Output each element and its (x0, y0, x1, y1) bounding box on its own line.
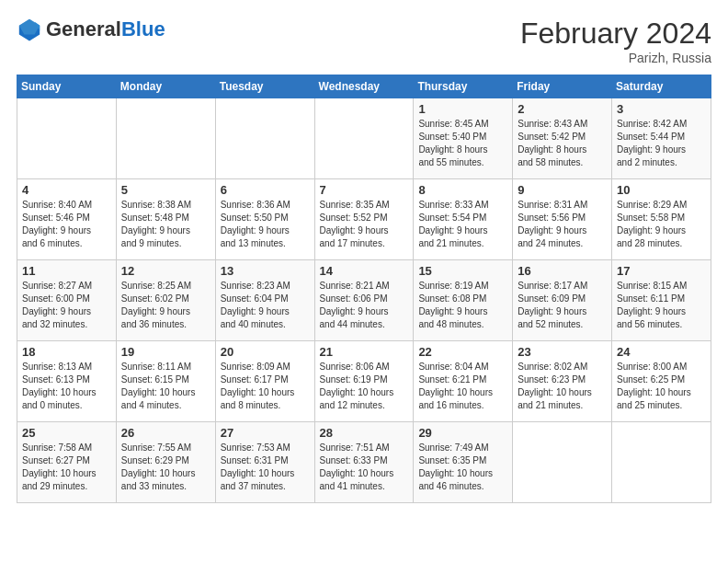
calendar-cell: 10Sunrise: 8:29 AM Sunset: 5:58 PM Dayli… (612, 179, 711, 260)
day-number: 8 (418, 183, 507, 197)
calendar-cell: 16Sunrise: 8:17 AM Sunset: 6:09 PM Dayli… (513, 260, 612, 341)
logo-icon (17, 17, 42, 42)
header: GeneralBlue February 2024 Parizh, Russia (17, 17, 711, 65)
week-row-5: 25Sunrise: 7:58 AM Sunset: 6:27 PM Dayli… (17, 422, 711, 503)
day-info: Sunrise: 8:15 AM Sunset: 6:11 PM Dayligh… (617, 280, 706, 331)
day-info: Sunrise: 8:19 AM Sunset: 6:08 PM Dayligh… (418, 280, 507, 331)
day-info: Sunrise: 8:11 AM Sunset: 6:15 PM Dayligh… (121, 361, 210, 412)
calendar-body: 1Sunrise: 8:45 AM Sunset: 5:40 PM Daylig… (17, 98, 711, 503)
logo-blue: Blue (121, 17, 165, 40)
week-row-1: 1Sunrise: 8:45 AM Sunset: 5:40 PM Daylig… (17, 98, 711, 179)
day-number: 9 (518, 183, 607, 197)
day-info: Sunrise: 8:29 AM Sunset: 5:58 PM Dayligh… (617, 199, 706, 250)
logo-general: General (46, 17, 121, 40)
day-info: Sunrise: 8:09 AM Sunset: 6:17 PM Dayligh… (221, 361, 310, 412)
day-number: 29 (418, 426, 507, 440)
day-info: Sunrise: 8:43 AM Sunset: 5:42 PM Dayligh… (518, 118, 607, 169)
header-row: Sunday Monday Tuesday Wednesday Thursday… (17, 75, 711, 98)
page: GeneralBlue February 2024 Parizh, Russia… (0, 0, 728, 512)
col-thursday: Thursday (414, 75, 513, 98)
day-number: 22 (418, 345, 507, 359)
calendar-cell: 28Sunrise: 7:51 AM Sunset: 6:33 PM Dayli… (314, 422, 414, 503)
calendar-cell: 1Sunrise: 8:45 AM Sunset: 5:40 PM Daylig… (414, 98, 513, 179)
calendar-cell: 21Sunrise: 8:06 AM Sunset: 6:19 PM Dayli… (314, 341, 414, 422)
calendar-cell: 18Sunrise: 8:13 AM Sunset: 6:13 PM Dayli… (17, 341, 117, 422)
calendar-cell: 14Sunrise: 8:21 AM Sunset: 6:06 PM Dayli… (314, 260, 414, 341)
calendar-cell: 23Sunrise: 8:02 AM Sunset: 6:23 PM Dayli… (513, 341, 612, 422)
day-number: 1 (418, 102, 507, 116)
day-number: 7 (320, 183, 409, 197)
col-tuesday: Tuesday (215, 75, 314, 98)
day-info: Sunrise: 8:27 AM Sunset: 6:00 PM Dayligh… (22, 280, 111, 331)
calendar-cell: 11Sunrise: 8:27 AM Sunset: 6:00 PM Dayli… (17, 260, 117, 341)
day-info: Sunrise: 8:13 AM Sunset: 6:13 PM Dayligh… (22, 361, 111, 412)
day-info: Sunrise: 7:55 AM Sunset: 6:29 PM Dayligh… (121, 442, 210, 493)
calendar-cell (17, 98, 117, 179)
day-number: 15 (418, 264, 507, 278)
day-info: Sunrise: 8:31 AM Sunset: 5:56 PM Dayligh… (518, 199, 607, 250)
day-info: Sunrise: 8:00 AM Sunset: 6:25 PM Dayligh… (617, 361, 706, 412)
day-info: Sunrise: 8:23 AM Sunset: 6:04 PM Dayligh… (221, 280, 310, 331)
calendar-cell: 22Sunrise: 8:04 AM Sunset: 6:21 PM Dayli… (414, 341, 513, 422)
calendar-cell (513, 422, 612, 503)
day-info: Sunrise: 7:58 AM Sunset: 6:27 PM Dayligh… (22, 442, 111, 493)
day-info: Sunrise: 7:53 AM Sunset: 6:31 PM Dayligh… (221, 442, 310, 493)
day-info: Sunrise: 8:33 AM Sunset: 5:54 PM Dayligh… (418, 199, 507, 250)
calendar-cell: 29Sunrise: 7:49 AM Sunset: 6:35 PM Dayli… (414, 422, 513, 503)
day-info: Sunrise: 8:42 AM Sunset: 5:44 PM Dayligh… (617, 118, 706, 169)
title-block: February 2024 Parizh, Russia (520, 17, 711, 65)
day-info: Sunrise: 8:21 AM Sunset: 6:06 PM Dayligh… (320, 280, 409, 331)
day-number: 21 (320, 345, 409, 359)
day-info: Sunrise: 8:06 AM Sunset: 6:19 PM Dayligh… (320, 361, 409, 412)
calendar-cell: 27Sunrise: 7:53 AM Sunset: 6:31 PM Dayli… (215, 422, 314, 503)
day-number: 4 (22, 183, 111, 197)
day-info: Sunrise: 8:36 AM Sunset: 5:50 PM Dayligh… (221, 199, 310, 250)
day-info: Sunrise: 7:51 AM Sunset: 6:33 PM Dayligh… (320, 442, 409, 493)
day-number: 6 (221, 183, 310, 197)
day-info: Sunrise: 8:04 AM Sunset: 6:21 PM Dayligh… (418, 361, 507, 412)
calendar-cell: 25Sunrise: 7:58 AM Sunset: 6:27 PM Dayli… (17, 422, 117, 503)
week-row-3: 11Sunrise: 8:27 AM Sunset: 6:00 PM Dayli… (17, 260, 711, 341)
calendar-cell: 12Sunrise: 8:25 AM Sunset: 6:02 PM Dayli… (116, 260, 215, 341)
week-row-2: 4Sunrise: 8:40 AM Sunset: 5:46 PM Daylig… (17, 179, 711, 260)
calendar-cell: 5Sunrise: 8:38 AM Sunset: 5:48 PM Daylig… (116, 179, 215, 260)
calendar-cell (314, 98, 414, 179)
calendar-cell: 15Sunrise: 8:19 AM Sunset: 6:08 PM Dayli… (414, 260, 513, 341)
calendar-cell: 24Sunrise: 8:00 AM Sunset: 6:25 PM Dayli… (612, 341, 711, 422)
calendar-cell (215, 98, 314, 179)
calendar-cell: 17Sunrise: 8:15 AM Sunset: 6:11 PM Dayli… (612, 260, 711, 341)
logo: GeneralBlue (17, 17, 165, 42)
col-saturday: Saturday (612, 75, 711, 98)
day-number: 27 (221, 426, 310, 440)
calendar-cell: 2Sunrise: 8:43 AM Sunset: 5:42 PM Daylig… (513, 98, 612, 179)
calendar-cell: 19Sunrise: 8:11 AM Sunset: 6:15 PM Dayli… (116, 341, 215, 422)
calendar-cell: 9Sunrise: 8:31 AM Sunset: 5:56 PM Daylig… (513, 179, 612, 260)
day-info: Sunrise: 8:45 AM Sunset: 5:40 PM Dayligh… (418, 118, 507, 169)
day-number: 18 (22, 345, 111, 359)
calendar-cell: 3Sunrise: 8:42 AM Sunset: 5:44 PM Daylig… (612, 98, 711, 179)
day-info: Sunrise: 7:49 AM Sunset: 6:35 PM Dayligh… (418, 442, 507, 493)
calendar-cell (116, 98, 215, 179)
calendar-cell: 13Sunrise: 8:23 AM Sunset: 6:04 PM Dayli… (215, 260, 314, 341)
day-number: 23 (518, 345, 607, 359)
day-number: 5 (121, 183, 210, 197)
day-number: 14 (320, 264, 409, 278)
day-number: 26 (121, 426, 210, 440)
day-number: 19 (121, 345, 210, 359)
col-wednesday: Wednesday (314, 75, 414, 98)
day-number: 17 (617, 264, 706, 278)
calendar-cell: 8Sunrise: 8:33 AM Sunset: 5:54 PM Daylig… (414, 179, 513, 260)
month-title: February 2024 (520, 17, 711, 51)
location: Parizh, Russia (520, 51, 711, 65)
calendar-cell (612, 422, 711, 503)
day-info: Sunrise: 8:38 AM Sunset: 5:48 PM Dayligh… (121, 199, 210, 250)
day-info: Sunrise: 8:35 AM Sunset: 5:52 PM Dayligh… (320, 199, 409, 250)
day-number: 24 (617, 345, 706, 359)
calendar-cell: 4Sunrise: 8:40 AM Sunset: 5:46 PM Daylig… (17, 179, 117, 260)
calendar-cell: 6Sunrise: 8:36 AM Sunset: 5:50 PM Daylig… (215, 179, 314, 260)
day-number: 10 (617, 183, 706, 197)
calendar-cell: 7Sunrise: 8:35 AM Sunset: 5:52 PM Daylig… (314, 179, 414, 260)
logo-text: GeneralBlue (46, 19, 165, 40)
calendar-cell: 20Sunrise: 8:09 AM Sunset: 6:17 PM Dayli… (215, 341, 314, 422)
day-number: 12 (121, 264, 210, 278)
